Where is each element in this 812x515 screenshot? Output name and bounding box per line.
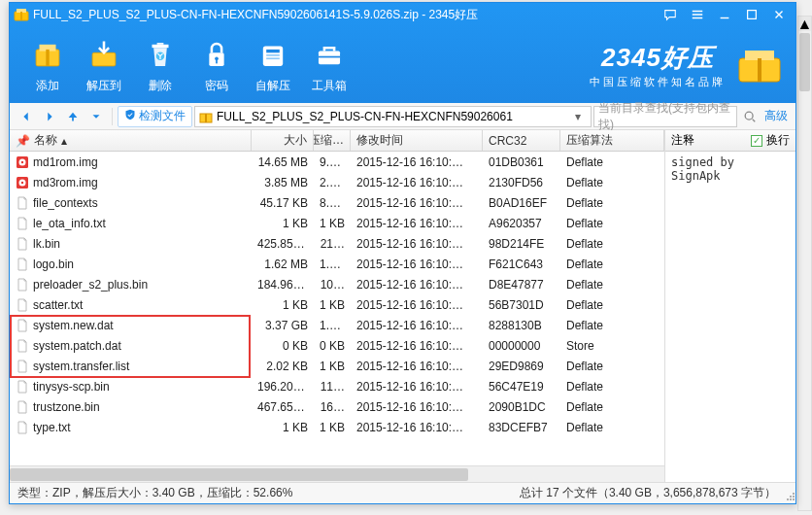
file-packed: 8.6…	[314, 196, 351, 210]
back-button[interactable]	[16, 106, 37, 127]
forward-button[interactable]	[39, 106, 60, 127]
svg-rect-18	[319, 56, 340, 58]
file-alg: Deflate	[560, 421, 664, 434]
file-name: file_contexts	[33, 196, 98, 210]
menu-button[interactable]	[685, 6, 710, 23]
self-extract-button[interactable]: 自解压	[245, 35, 301, 94]
sort-asc-icon: ▴	[61, 134, 67, 148]
file-size: 2.02 KB	[252, 360, 314, 373]
toolbox-button[interactable]: 工具箱	[301, 35, 357, 94]
brand: 2345好压 中国压缩软件知名品牌	[590, 41, 726, 89]
zip-icon	[199, 110, 213, 123]
add-button[interactable]: 添加	[19, 35, 76, 94]
scan-label: 检测文件	[139, 108, 186, 124]
table-row[interactable]: type.txt1 KB1 KB2015-12-16 16:10:…83DCEF…	[10, 417, 664, 437]
col-size[interactable]: 大小	[252, 130, 314, 151]
svg-point-30	[21, 181, 23, 183]
file-alg: Deflate	[560, 196, 664, 210]
horizontal-scrollbar[interactable]	[10, 465, 664, 482]
delete-button[interactable]: 删除	[132, 35, 188, 94]
table-row[interactable]: file_contexts45.17 KB8.6…2015-12-16 16:1…	[10, 192, 664, 213]
file-alg: Deflate	[560, 258, 664, 271]
svg-rect-16	[266, 57, 280, 59]
tool-label: 解压到	[86, 78, 121, 94]
feedback-button[interactable]	[658, 6, 683, 23]
advanced-link[interactable]: 高级	[762, 108, 790, 124]
col-mtime[interactable]: 修改时间	[351, 130, 483, 151]
file-crc: 56C47E19	[483, 380, 560, 394]
trash-icon	[141, 35, 180, 74]
file-alg: Deflate	[560, 380, 664, 394]
window-title: FULL_S2_PLUS_S2_PLUS-CN-FN-HEXCNFN590260…	[33, 7, 658, 23]
password-button[interactable]: 密码	[188, 35, 245, 94]
file-icon	[16, 319, 29, 332]
up-button[interactable]	[62, 106, 84, 127]
svg-point-36	[793, 493, 795, 495]
maximize-button[interactable]	[739, 6, 764, 23]
svg-rect-7	[92, 52, 116, 66]
minimize-button[interactable]	[712, 6, 737, 23]
app-window: FULL_S2_PLUS_S2_PLUS-CN-FN-HEXCNFN590260…	[9, 2, 796, 504]
file-size: 1.62 MB	[252, 258, 314, 271]
chevron-down-icon[interactable]: ▾	[575, 110, 587, 123]
file-packed: 1.7…	[314, 319, 351, 332]
file-mtime: 2015-12-16 16:10:…	[351, 196, 483, 210]
file-name: tinysys-scp.bin	[33, 380, 110, 394]
svg-point-35	[790, 496, 792, 498]
file-crc: D8E47877	[483, 278, 560, 292]
table-row[interactable]: lk.bin425.85 KB21…2015-12-16 16:10:…98D2…	[10, 233, 664, 254]
file-packed: 2.4…	[314, 176, 351, 189]
toolbox-icon	[310, 35, 349, 74]
table-row[interactable]: tinysys-scp.bin196.20 KB11…2015-12-16 16…	[10, 376, 664, 396]
col-packed[interactable]: 压缩…	[314, 130, 351, 151]
table-row[interactable]: trustzone.bin467.65 KB16…2015-12-16 16:1…	[10, 396, 664, 417]
col-alg[interactable]: 压缩算法	[560, 130, 664, 151]
search-button[interactable]	[739, 106, 761, 127]
table-row[interactable]: le_ota_info.txt1 KB1 KB2015-12-16 16:10:…	[10, 213, 664, 233]
svg-point-31	[793, 498, 795, 500]
file-mtime: 2015-12-16 16:10:…	[351, 278, 483, 292]
file-mtime: 2015-12-16 16:10:…	[351, 217, 483, 230]
extract-to-button[interactable]: 解压到	[76, 35, 132, 94]
history-dropdown[interactable]	[85, 106, 107, 127]
table-row[interactable]: scatter.txt1 KB1 KB2015-12-16 16:10:…56B…	[10, 294, 664, 315]
file-mtime: 2015-12-16 16:10:…	[351, 298, 483, 312]
file-crc: A9620357	[483, 217, 560, 230]
svg-point-24	[745, 112, 753, 120]
file-alg: Deflate	[560, 176, 664, 189]
file-packed: 21…	[314, 237, 351, 251]
file-crc: 00000000	[483, 339, 560, 353]
svg-point-33	[793, 496, 795, 498]
table-row[interactable]: system.transfer.list2.02 KB1 KB2015-12-1…	[10, 356, 664, 376]
file-size: 0 KB	[252, 339, 314, 353]
shield-icon	[124, 109, 136, 123]
resize-grip[interactable]	[780, 486, 795, 501]
file-alg: Deflate	[560, 217, 664, 230]
col-crc[interactable]: CRC32	[483, 130, 560, 151]
scan-files-button[interactable]: 检测文件	[118, 106, 192, 127]
brand-logo-text: 2345好压	[601, 41, 714, 75]
navbar: 检测文件 FULL_S2_PLUS_S2_PLUS-CN-FN-HEXCNFN5…	[10, 103, 795, 130]
col-name[interactable]: 📌 名称 ▴	[10, 130, 252, 151]
search-input[interactable]: 当前目录查找(支持包内查找)	[593, 106, 737, 127]
table-row[interactable]: system.patch.dat0 KB0 KB2015-12-16 16:10…	[10, 335, 664, 356]
file-mtime: 2015-12-16 16:10:…	[351, 360, 483, 373]
file-crc: F621C643	[483, 258, 560, 271]
table-row[interactable]: system.new.dat3.37 GB1.7…2015-12-16 16:1…	[10, 315, 664, 335]
search-placeholder: 当前目录查找(支持包内查找)	[598, 100, 732, 133]
close-button[interactable]	[766, 6, 792, 23]
file-packed: 0 KB	[314, 339, 351, 353]
table-row[interactable]: md3rom.img3.85 MB2.4…2015-12-16 16:10:…2…	[10, 172, 664, 192]
file-mtime: 2015-12-16 16:10:…	[351, 176, 483, 189]
table-row[interactable]: md1rom.img14.65 MB9.0…2015-12-16 16:10:……	[10, 152, 664, 172]
table-row[interactable]: preloader_s2_plus.bin184.96 KB10…2015-12…	[10, 274, 664, 294]
file-rows: md1rom.img14.65 MB9.0…2015-12-16 16:10:……	[10, 152, 664, 465]
path-bar[interactable]: FULL_S2_PLUS_S2_PLUS-CN-FN-HEXCNFN590260…	[194, 106, 592, 127]
file-mtime: 2015-12-16 16:10:…	[351, 380, 483, 394]
table-row[interactable]: logo.bin1.62 MB1.3…2015-12-16 16:10:…F62…	[10, 254, 664, 274]
add-icon	[28, 35, 67, 74]
pin-icon: 📌	[16, 134, 30, 148]
svg-rect-3	[748, 11, 757, 19]
wrap-checkbox[interactable]: ✓	[751, 135, 762, 147]
file-mtime: 2015-12-16 16:10:…	[351, 421, 483, 434]
